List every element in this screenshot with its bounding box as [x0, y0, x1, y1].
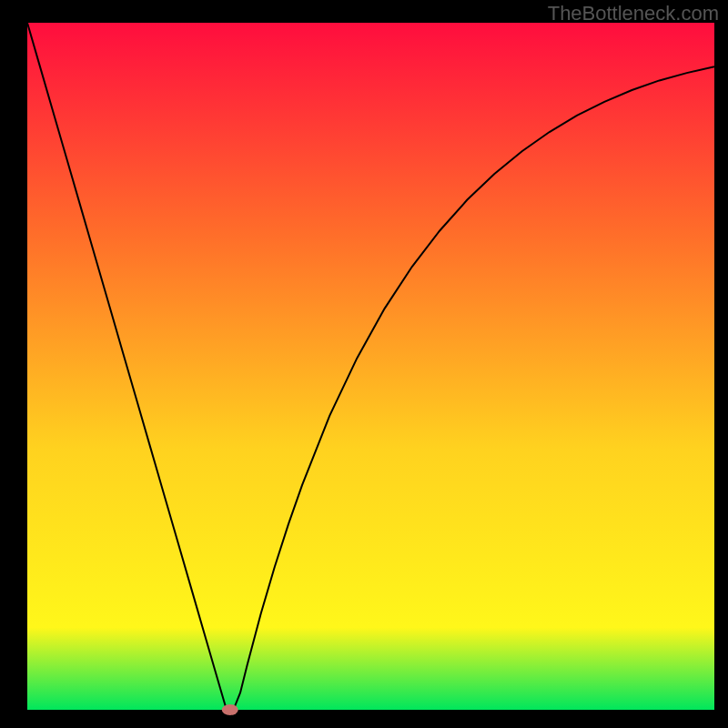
optimal-point-marker: [222, 704, 238, 715]
chart-svg: [0, 0, 728, 728]
plot-background: [27, 23, 714, 710]
bottleneck-chart: TheBottleneck.com: [0, 0, 728, 728]
watermark-text: TheBottleneck.com: [548, 2, 719, 25]
